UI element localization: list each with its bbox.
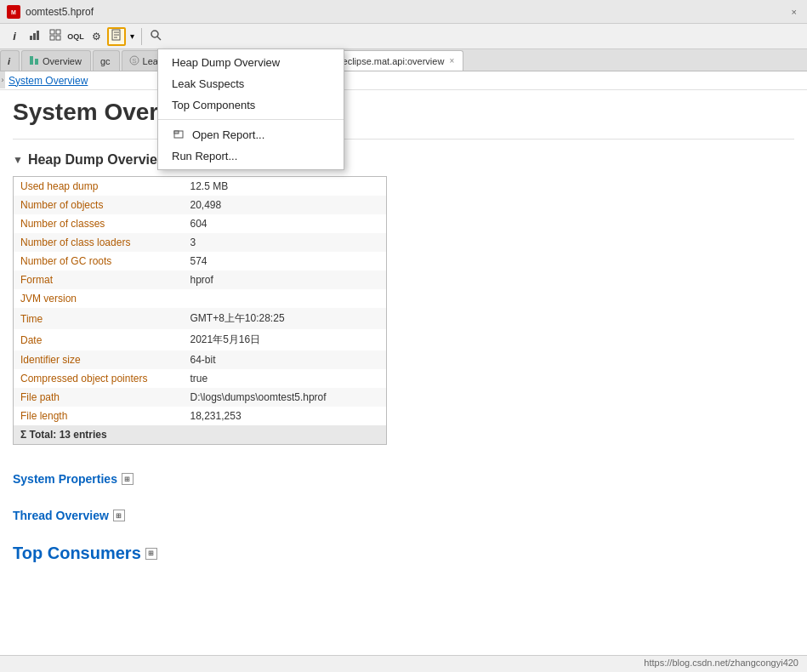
tab-default-icon [223, 55, 233, 67]
table-cell-label: Used heap dump [14, 177, 184, 196]
top-consumers-link[interactable]: Top Consumers ⊞ [13, 544, 157, 563]
table-cell-value: D:\logs\dumps\oomtest5.hprof [184, 388, 387, 407]
tab-leak-label: Leak Suspects [143, 56, 204, 66]
table-cell-value: 64-bit [184, 350, 387, 369]
thread-overview-label: Thread Overview [13, 509, 109, 522]
svg-rect-8 [56, 36, 60, 40]
thread-overview-link[interactable]: Thread Overview ⊞ [13, 509, 125, 522]
table-cell-label: File length [14, 407, 184, 425]
tab-api-icon [313, 55, 323, 67]
left-panel-indicator[interactable]: › [0, 71, 5, 88]
top-consumers-icon: ⊞ [145, 548, 157, 560]
table-cell-value: hprof [184, 271, 387, 289]
svg-text:M: M [11, 9, 16, 15]
tab-gc-label: gc [100, 56, 111, 66]
table-row: JVM version [14, 289, 387, 308]
system-properties-link[interactable]: System Properties ⊞ [13, 472, 134, 486]
barchart-button[interactable] [26, 27, 44, 46]
top-consumers-label: Top Consumers [13, 544, 141, 563]
tab-overview-icon [29, 55, 39, 67]
report-dropdown-button[interactable]: ▾ [128, 27, 137, 46]
main-content: System Overview ▼ Heap Dump Overview ⊞ U… [0, 90, 807, 672]
table-row: Formathprof [14, 271, 387, 289]
table-row: Date2021年5月16日 [14, 329, 387, 350]
tab-api-close-icon[interactable]: × [449, 56, 454, 65]
svg-point-13 [151, 31, 158, 37]
system-properties-label: System Properties [13, 472, 117, 486]
heap-dump-section-header: ▼ Heap Dump Overview ⊞ [13, 152, 794, 168]
search-button[interactable] [146, 27, 165, 46]
svg-text:S: S [132, 57, 136, 65]
oql-button[interactable]: OQL [66, 27, 85, 46]
status-url: https://blog.csdn.net/zhangcongyi420 [644, 658, 798, 668]
heap-section-title: Heap Dump Overview [28, 152, 168, 168]
table-row: Used heap dump12.5 MB [14, 177, 387, 196]
table-row: Number of class loaders3 [14, 233, 387, 252]
barchart-icon [29, 29, 41, 43]
table-total-cell: Σ Total: 13 entries [14, 425, 387, 445]
tab-gc[interactable]: gc [93, 50, 120, 71]
tab-api-overview[interactable]: org.eclipse.mat.api:overview × [305, 50, 464, 71]
table-row: Number of classes604 [14, 214, 387, 233]
svg-line-14 [157, 37, 161, 40]
table-cell-label: Number of class loaders [14, 233, 184, 252]
report-icon [111, 29, 122, 43]
chevron-down-icon: ▾ [130, 31, 134, 41]
heap-section-icon[interactable]: ⊞ [173, 154, 185, 166]
table-row: Number of objects20,498 [14, 196, 387, 214]
heap-dump-table: Used heap dump12.5 MBNumber of objects20… [13, 176, 387, 445]
table-cell-value: 12.5 MB [184, 177, 387, 196]
tab-default-report[interactable]: default_report [215, 50, 304, 71]
table-cell-label: Time [14, 308, 184, 329]
table-cell-value: 18,231,253 [184, 407, 387, 425]
table-row: Number of GC roots574 [14, 252, 387, 271]
oql-icon: OQL [67, 32, 84, 41]
info-button[interactable]: i [5, 27, 24, 46]
table-cell-label: JVM version [14, 289, 184, 308]
table-row: File pathD:\logs\dumps\oomtest5.hprof [14, 388, 387, 407]
top-consumers-section: Top Consumers ⊞ [13, 535, 794, 567]
svg-rect-7 [50, 36, 54, 40]
table-cell-label: Number of GC roots [14, 252, 184, 271]
heap-section-toggle[interactable]: ▼ [13, 154, 23, 166]
gear-button[interactable]: ⚙ [87, 27, 105, 46]
system-properties-icon: ⊞ [122, 473, 134, 485]
tab-overview[interactable]: Overview [21, 50, 91, 71]
table-cell-value: 3 [184, 233, 387, 252]
breadcrumb-bar: System Overview [0, 71, 807, 90]
table-cell-label: File path [14, 388, 184, 407]
title-bar: M oomtest5.hprof × [0, 0, 807, 24]
table-row: TimeGMT+8上午10:28:25 [14, 308, 387, 329]
table-cell-value: 574 [184, 252, 387, 271]
tab-i[interactable]: i [0, 50, 20, 71]
table-row: File length18,231,253 [14, 407, 387, 425]
grid-button[interactable] [46, 27, 65, 46]
tab-leak-suspects[interactable]: S Leak Suspects [122, 50, 213, 71]
breadcrumb-link[interactable]: System Overview [9, 75, 88, 87]
svg-rect-15 [30, 56, 33, 65]
table-total-row: Σ Total: 13 entries [14, 425, 387, 445]
search-icon [150, 29, 162, 43]
system-properties-section: System Properties ⊞ [13, 462, 794, 490]
table-cell-value: 604 [184, 214, 387, 233]
window-title: oomtest5.hprof [26, 6, 783, 18]
table-row: Identifier size64-bit [14, 350, 387, 369]
table-cell-label: Format [14, 271, 184, 289]
grid-icon [49, 29, 61, 43]
info-icon: i [13, 30, 16, 43]
svg-rect-2 [30, 36, 32, 40]
toolbar: i OQL ⚙ [0, 24, 807, 49]
table-cell-label: Compressed object pointers [14, 369, 184, 388]
report-button[interactable] [107, 27, 126, 46]
table-cell-value: true [184, 369, 387, 388]
svg-rect-16 [35, 59, 38, 65]
table-cell-value: 2021年5月16日 [184, 329, 387, 350]
svg-rect-4 [37, 31, 39, 40]
table-cell-label: Number of objects [14, 196, 184, 214]
tab-overview-label: Overview [43, 56, 82, 66]
close-icon[interactable]: × [788, 7, 800, 17]
table-cell-label: Date [14, 329, 184, 350]
table-cell-value: GMT+8上午10:28:25 [184, 308, 387, 329]
tab-leak-icon: S [129, 55, 139, 67]
thread-overview-section: Thread Overview ⊞ [13, 498, 794, 527]
